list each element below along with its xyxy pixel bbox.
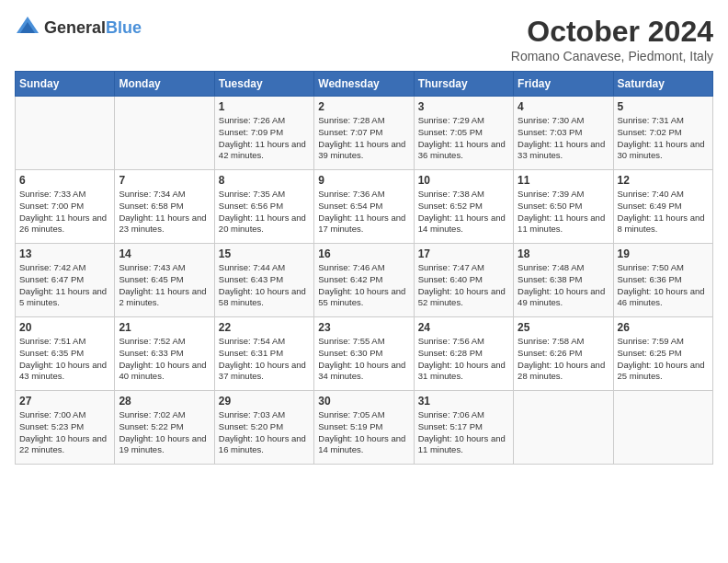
day-number: 17 [418,247,509,260]
day-number: 4 [518,100,609,113]
day-number: 29 [219,395,310,408]
calendar-cell: 16Sunrise: 7:46 AM Sunset: 6:42 PM Dayli… [314,244,414,317]
day-number: 6 [19,174,110,187]
location-subtitle: Romano Canavese, Piedmont, Italy [511,49,713,63]
day-info: Sunrise: 7:06 AM Sunset: 5:17 PM Dayligh… [418,409,509,456]
day-info: Sunrise: 7:51 AM Sunset: 6:35 PM Dayligh… [19,336,110,383]
calendar-header-row: SundayMondayTuesdayWednesdayThursdayFrid… [16,72,713,97]
day-number: 27 [19,395,110,408]
calendar-cell: 11Sunrise: 7:39 AM Sunset: 6:50 PM Dayli… [514,170,613,244]
day-number: 22 [219,321,310,334]
day-number: 2 [318,100,409,113]
day-info: Sunrise: 7:33 AM Sunset: 7:00 PM Dayligh… [19,189,110,236]
calendar-cell: 9Sunrise: 7:36 AM Sunset: 6:54 PM Daylig… [314,170,414,244]
day-info: Sunrise: 7:31 AM Sunset: 7:02 PM Dayligh… [618,115,709,162]
logo: GeneralBlue [15,15,142,40]
day-number: 9 [318,174,409,187]
header-monday: Monday [115,72,214,97]
day-info: Sunrise: 7:38 AM Sunset: 6:52 PM Dayligh… [418,189,509,236]
day-info: Sunrise: 7:00 AM Sunset: 5:23 PM Dayligh… [19,409,110,456]
header-sunday: Sunday [16,72,115,97]
calendar-cell: 20Sunrise: 7:51 AM Sunset: 6:35 PM Dayli… [16,317,115,391]
header-saturday: Saturday [613,72,712,97]
day-number: 18 [518,247,609,260]
calendar-cell: 23Sunrise: 7:55 AM Sunset: 6:30 PM Dayli… [314,317,414,391]
day-number: 12 [618,174,709,187]
day-number: 25 [518,321,609,334]
calendar-cell: 14Sunrise: 7:43 AM Sunset: 6:45 PM Dayli… [115,244,214,317]
calendar-cell: 28Sunrise: 7:02 AM Sunset: 5:22 PM Dayli… [115,391,214,465]
day-number: 15 [219,247,310,260]
day-info: Sunrise: 7:50 AM Sunset: 6:36 PM Dayligh… [618,262,709,309]
calendar-cell: 10Sunrise: 7:38 AM Sunset: 6:52 PM Dayli… [414,170,513,244]
calendar-cell: 6Sunrise: 7:33 AM Sunset: 7:00 PM Daylig… [16,170,115,244]
calendar-cell: 18Sunrise: 7:48 AM Sunset: 6:38 PM Dayli… [514,244,613,317]
title-block: October 2024 Romano Canavese, Piedmont, … [511,15,713,63]
day-number: 10 [418,174,509,187]
day-number: 7 [119,174,210,187]
day-number: 19 [618,247,709,260]
day-info: Sunrise: 7:58 AM Sunset: 6:26 PM Dayligh… [518,336,609,383]
week-row-4: 27Sunrise: 7:00 AM Sunset: 5:23 PM Dayli… [16,391,713,465]
calendar-cell: 3Sunrise: 7:29 AM Sunset: 7:05 PM Daylig… [414,97,513,170]
day-info: Sunrise: 7:02 AM Sunset: 5:22 PM Dayligh… [119,409,210,456]
header-thursday: Thursday [414,72,513,97]
day-info: Sunrise: 7:59 AM Sunset: 6:25 PM Dayligh… [618,336,709,383]
day-info: Sunrise: 7:26 AM Sunset: 7:09 PM Dayligh… [219,115,310,162]
week-row-0: 1Sunrise: 7:26 AM Sunset: 7:09 PM Daylig… [16,97,713,170]
day-number: 16 [318,247,409,260]
day-info: Sunrise: 7:55 AM Sunset: 6:30 PM Dayligh… [318,336,409,383]
day-number: 31 [418,395,509,408]
calendar-cell: 13Sunrise: 7:42 AM Sunset: 6:47 PM Dayli… [16,244,115,317]
day-info: Sunrise: 7:48 AM Sunset: 6:38 PM Dayligh… [518,262,609,309]
header-tuesday: Tuesday [214,72,313,97]
day-number: 28 [119,395,210,408]
calendar-cell: 7Sunrise: 7:34 AM Sunset: 6:58 PM Daylig… [115,170,214,244]
day-number: 1 [219,100,310,113]
day-info: Sunrise: 7:35 AM Sunset: 6:56 PM Dayligh… [219,189,310,236]
day-info: Sunrise: 7:34 AM Sunset: 6:58 PM Dayligh… [119,189,210,236]
calendar-cell: 24Sunrise: 7:56 AM Sunset: 6:28 PM Dayli… [414,317,513,391]
calendar-cell: 8Sunrise: 7:35 AM Sunset: 6:56 PM Daylig… [214,170,313,244]
calendar-cell: 15Sunrise: 7:44 AM Sunset: 6:43 PM Dayli… [214,244,313,317]
calendar-cell: 25Sunrise: 7:58 AM Sunset: 6:26 PM Dayli… [514,317,613,391]
logo-icon [15,15,40,40]
calendar-cell: 29Sunrise: 7:03 AM Sunset: 5:20 PM Dayli… [214,391,313,465]
week-row-3: 20Sunrise: 7:51 AM Sunset: 6:35 PM Dayli… [16,317,713,391]
day-info: Sunrise: 7:52 AM Sunset: 6:33 PM Dayligh… [119,336,210,383]
calendar-cell: 19Sunrise: 7:50 AM Sunset: 6:36 PM Dayli… [613,244,712,317]
day-info: Sunrise: 7:30 AM Sunset: 7:03 PM Dayligh… [518,115,609,162]
day-info: Sunrise: 7:05 AM Sunset: 5:19 PM Dayligh… [318,409,409,456]
calendar-cell: 27Sunrise: 7:00 AM Sunset: 5:23 PM Dayli… [16,391,115,465]
day-number: 26 [618,321,709,334]
calendar-cell [514,391,613,465]
day-info: Sunrise: 7:54 AM Sunset: 6:31 PM Dayligh… [219,336,310,383]
day-info: Sunrise: 7:03 AM Sunset: 5:20 PM Dayligh… [219,409,310,456]
calendar-cell [16,97,115,170]
day-info: Sunrise: 7:28 AM Sunset: 7:07 PM Dayligh… [318,115,409,162]
day-number: 3 [418,100,509,113]
header-wednesday: Wednesday [314,72,414,97]
day-number: 14 [119,247,210,260]
logo-text-blue: Blue [106,18,142,37]
page-header: GeneralBlue October 2024 Romano Canavese… [15,15,713,63]
week-row-1: 6Sunrise: 7:33 AM Sunset: 7:00 PM Daylig… [16,170,713,244]
day-info: Sunrise: 7:40 AM Sunset: 6:49 PM Dayligh… [618,189,709,236]
day-number: 5 [618,100,709,113]
calendar-cell: 31Sunrise: 7:06 AM Sunset: 5:17 PM Dayli… [414,391,513,465]
day-info: Sunrise: 7:47 AM Sunset: 6:40 PM Dayligh… [418,262,509,309]
day-info: Sunrise: 7:29 AM Sunset: 7:05 PM Dayligh… [418,115,509,162]
calendar-cell: 5Sunrise: 7:31 AM Sunset: 7:02 PM Daylig… [613,97,712,170]
calendar-cell: 21Sunrise: 7:52 AM Sunset: 6:33 PM Dayli… [115,317,214,391]
day-info: Sunrise: 7:46 AM Sunset: 6:42 PM Dayligh… [318,262,409,309]
day-number: 20 [19,321,110,334]
day-info: Sunrise: 7:39 AM Sunset: 6:50 PM Dayligh… [518,189,609,236]
month-title: October 2024 [511,15,713,49]
day-number: 8 [219,174,310,187]
week-row-2: 13Sunrise: 7:42 AM Sunset: 6:47 PM Dayli… [16,244,713,317]
header-friday: Friday [514,72,613,97]
calendar-cell: 17Sunrise: 7:47 AM Sunset: 6:40 PM Dayli… [414,244,513,317]
calendar-table: SundayMondayTuesdayWednesdayThursdayFrid… [15,71,713,465]
day-number: 11 [518,174,609,187]
calendar-cell: 4Sunrise: 7:30 AM Sunset: 7:03 PM Daylig… [514,97,613,170]
